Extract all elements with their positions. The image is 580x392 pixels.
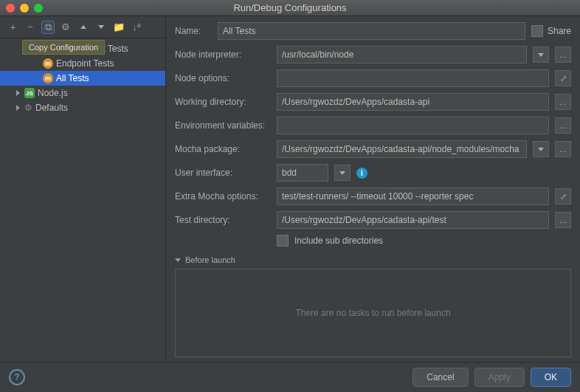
browse-icon[interactable]: … bbox=[555, 117, 571, 134]
node-interpreter-input[interactable] bbox=[277, 46, 527, 63]
share-label: Share bbox=[548, 26, 571, 36]
before-launch-toolbar: ＋ − ✎ ▲ ▼ bbox=[175, 357, 571, 362]
browse-icon[interactable]: … bbox=[555, 47, 571, 63]
tree-item-nodejs[interactable]: JS Node.js bbox=[0, 86, 165, 100]
remove-task-icon[interactable]: − bbox=[194, 361, 199, 362]
working-dir-input[interactable] bbox=[277, 93, 549, 111]
mocha-icon: m bbox=[43, 73, 53, 83]
copy-config-icon[interactable]: ⧉ bbox=[41, 21, 55, 34]
add-config-icon[interactable]: ＋ bbox=[6, 21, 19, 34]
name-label: Name: bbox=[175, 26, 212, 36]
test-dir-input[interactable] bbox=[277, 211, 549, 229]
dropdown-icon[interactable] bbox=[533, 47, 549, 63]
folder-icon[interactable]: 📁 bbox=[112, 21, 125, 34]
browse-icon[interactable]: … bbox=[555, 212, 571, 228]
settings-icon[interactable]: ⚙ bbox=[59, 21, 72, 34]
include-sub-label: Include sub directories bbox=[294, 235, 383, 246]
browse-icon[interactable]: … bbox=[555, 94, 571, 110]
apply-button[interactable]: Apply bbox=[474, 368, 525, 387]
gear-icon: ⚙ bbox=[24, 103, 32, 113]
cancel-button[interactable]: Cancel bbox=[412, 368, 468, 387]
dialog-footer: ? Cancel Apply OK bbox=[0, 362, 580, 391]
mocha-icon: m bbox=[43, 58, 53, 69]
ui-select[interactable] bbox=[277, 164, 328, 182]
config-form: Name: Share Node interpreter: … Node opt… bbox=[166, 16, 580, 362]
expand-icon[interactable]: ⤢ bbox=[555, 70, 571, 86]
tree-item-endpoint-tests[interactable]: m Endpoint Tests bbox=[0, 56, 165, 71]
tree-item-label: Node.js bbox=[38, 88, 68, 98]
ui-label: User interface: bbox=[175, 168, 271, 178]
expander-icon[interactable] bbox=[16, 90, 20, 96]
share-checkbox[interactable] bbox=[531, 25, 543, 37]
window-title: Run/Debug Configurations bbox=[0, 2, 580, 13]
tooltip-copy-config: Copy Configuration bbox=[22, 40, 105, 55]
config-tree[interactable]: m Regular Unit Tests m Endpoint Tests m … bbox=[0, 38, 165, 362]
dropdown-icon[interactable] bbox=[533, 141, 549, 157]
config-toolbar: ＋ − ⧉ ⚙ 📁 ↓ª bbox=[0, 16, 165, 38]
sidebar: ＋ − ⧉ ⚙ 📁 ↓ª Copy Configuration m Regula… bbox=[0, 16, 166, 362]
remove-config-icon[interactable]: − bbox=[24, 21, 37, 34]
before-launch-empty-msg: There are no tasks to run before launch bbox=[176, 269, 570, 357]
mocha-pkg-input[interactable] bbox=[277, 140, 527, 158]
mocha-pkg-label: Mocha package: bbox=[175, 144, 271, 154]
sort-icon[interactable]: ↓ª bbox=[130, 21, 143, 34]
info-icon[interactable]: i bbox=[356, 168, 367, 179]
tree-item-all-tests[interactable]: m All Tests bbox=[0, 71, 165, 86]
env-vars-input[interactable] bbox=[277, 117, 549, 134]
collapse-icon[interactable] bbox=[175, 258, 181, 262]
before-launch-header[interactable]: Before launch bbox=[175, 255, 571, 264]
tree-item-defaults[interactable]: ⚙ Defaults bbox=[0, 100, 165, 115]
ok-button[interactable]: OK bbox=[531, 368, 571, 387]
before-launch-panel: There are no tasks to run before launch bbox=[175, 269, 571, 357]
name-input[interactable] bbox=[218, 22, 525, 40]
extra-options-input[interactable] bbox=[277, 188, 549, 205]
move-down-icon[interactable] bbox=[94, 21, 108, 34]
move-up-task-icon[interactable]: ▲ bbox=[218, 361, 227, 362]
browse-icon[interactable]: … bbox=[555, 141, 571, 157]
expand-icon[interactable]: ⤢ bbox=[555, 188, 571, 204]
move-up-icon[interactable] bbox=[77, 21, 90, 34]
env-vars-label: Environment variables: bbox=[175, 120, 271, 131]
nodejs-icon: JS bbox=[24, 88, 35, 98]
titlebar: Run/Debug Configurations bbox=[0, 0, 580, 16]
move-down-task-icon[interactable]: ▼ bbox=[233, 361, 242, 362]
node-options-input[interactable] bbox=[277, 69, 549, 87]
edit-task-icon[interactable]: ✎ bbox=[205, 361, 213, 362]
include-sub-checkbox[interactable] bbox=[277, 235, 289, 247]
tree-item-label: Endpoint Tests bbox=[56, 58, 114, 69]
expander-icon[interactable] bbox=[16, 105, 20, 111]
node-options-label: Node options: bbox=[175, 73, 271, 83]
add-task-icon[interactable]: ＋ bbox=[179, 360, 188, 362]
working-dir-label: Working directory: bbox=[175, 97, 271, 107]
tree-item-label: All Tests bbox=[56, 73, 89, 83]
test-dir-label: Test directory: bbox=[175, 215, 271, 225]
help-icon[interactable]: ? bbox=[9, 369, 25, 385]
extra-options-label: Extra Mocha options: bbox=[175, 191, 271, 202]
tree-item-label: Defaults bbox=[35, 103, 68, 113]
dropdown-icon[interactable] bbox=[334, 165, 351, 181]
node-interpreter-label: Node interpreter: bbox=[175, 49, 271, 60]
